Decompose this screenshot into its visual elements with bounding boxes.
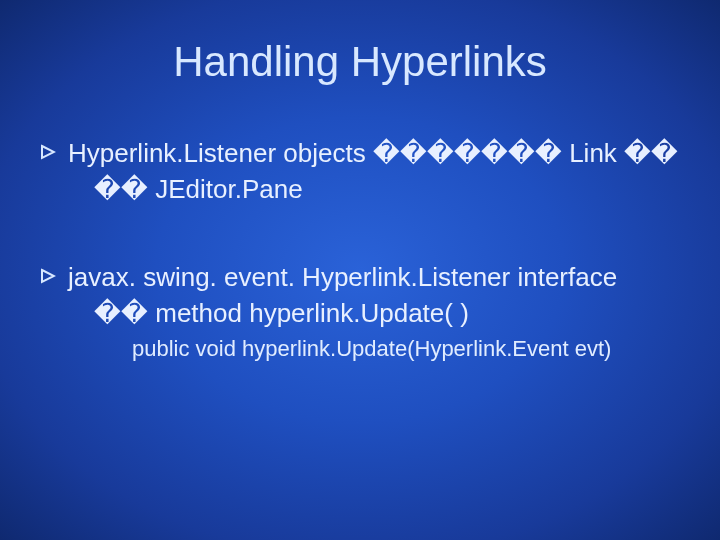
bullet-item: javax. swing. event. Hyperlink.Listener … [40,260,680,365]
bullet-text: Hyperlink.Listener objects ������� Link … [68,136,680,172]
bullet-subpoint: public void hyperlink.Update(Hyperlink.E… [40,334,680,365]
bullet-text: javax. swing. event. Hyperlink.Listener … [68,260,680,296]
bullet-continuation: �� method hyperlink.Update( ) [40,296,680,332]
bullet-row: Hyperlink.Listener objects ������� Link … [40,136,680,172]
bullet-continuation: �� JEditor.Pane [40,172,680,208]
bullet-arrow-icon [40,136,66,160]
bullet-item: Hyperlink.Listener objects ������� Link … [40,136,680,208]
slide-title: Handling Hyperlinks [40,38,680,86]
bullet-row: javax. swing. event. Hyperlink.Listener … [40,260,680,296]
slide: Handling Hyperlinks Hyperlink.Listener o… [0,0,720,540]
bullet-arrow-icon [40,260,66,284]
